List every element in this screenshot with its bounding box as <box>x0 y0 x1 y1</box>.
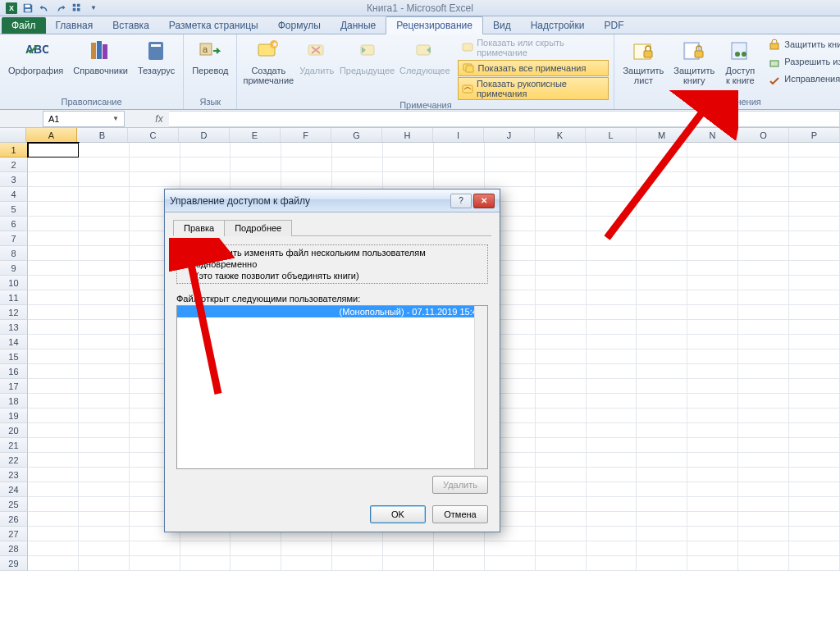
row-header[interactable]: 28 <box>0 541 28 556</box>
cell[interactable] <box>738 438 789 453</box>
cell[interactable] <box>536 512 587 527</box>
cell[interactable] <box>738 158 789 172</box>
cell[interactable] <box>738 187 789 202</box>
cell[interactable] <box>79 187 130 202</box>
cell[interactable] <box>637 512 687 527</box>
cell[interactable] <box>79 143 130 158</box>
cell[interactable] <box>738 217 789 231</box>
cell[interactable] <box>180 172 231 187</box>
cell[interactable] <box>587 217 637 231</box>
cell[interactable] <box>28 468 79 482</box>
cell[interactable] <box>536 172 587 187</box>
cell[interactable] <box>637 497 687 512</box>
cell[interactable] <box>687 320 738 335</box>
cell[interactable] <box>789 143 840 158</box>
row-header[interactable]: 14 <box>0 335 28 349</box>
cell[interactable] <box>536 349 587 364</box>
cell[interactable] <box>536 541 587 556</box>
cell[interactable] <box>485 172 536 187</box>
checkbox-icon[interactable]: ✔ <box>180 248 191 258</box>
row-header[interactable]: 16 <box>0 364 28 379</box>
cell[interactable] <box>28 512 79 527</box>
cell[interactable] <box>79 527 130 541</box>
cell[interactable] <box>130 143 180 158</box>
translate-button[interactable]: a Перевод <box>189 36 231 77</box>
redo-icon[interactable] <box>52 1 69 16</box>
cell[interactable] <box>79 246 130 261</box>
row-header[interactable]: 15 <box>0 349 28 364</box>
cell[interactable] <box>28 143 79 158</box>
cell[interactable] <box>79 320 130 335</box>
cell[interactable] <box>637 453 687 468</box>
tab-formulas[interactable]: Формулы <box>268 17 331 34</box>
cell[interactable] <box>281 158 332 172</box>
cell[interactable] <box>789 231 840 246</box>
cell[interactable] <box>28 290 79 305</box>
share-workbook-button[interactable]: Доступ к книге <box>721 36 759 87</box>
row-header[interactable]: 11 <box>0 290 28 305</box>
cell[interactable] <box>383 172 434 187</box>
column-header[interactable]: E <box>230 128 281 142</box>
row-header[interactable]: 6 <box>0 217 28 231</box>
cell[interactable] <box>485 541 536 556</box>
cell[interactable] <box>434 158 485 172</box>
next-comment-button[interactable]: Следующее <box>399 36 451 77</box>
cell[interactable] <box>687 497 738 512</box>
cell[interactable] <box>79 512 130 527</box>
research-button[interactable]: Справочники <box>70 36 131 77</box>
protect-sheet-button[interactable]: Защитить лист <box>619 36 667 87</box>
ok-button[interactable]: OK <box>370 505 426 523</box>
cell[interactable] <box>789 394 840 409</box>
cell[interactable] <box>789 527 840 541</box>
undo-icon[interactable] <box>36 1 52 16</box>
row-header[interactable]: 10 <box>0 276 28 290</box>
cell[interactable] <box>637 409 687 423</box>
cell[interactable] <box>79 409 130 423</box>
cell[interactable] <box>738 453 789 468</box>
column-header[interactable]: C <box>128 128 179 142</box>
cell[interactable] <box>79 202 130 217</box>
cell[interactable] <box>180 143 231 158</box>
cell[interactable] <box>587 541 637 556</box>
cell[interactable] <box>687 364 738 379</box>
row-header[interactable]: 4 <box>0 187 28 202</box>
cell[interactable] <box>536 158 587 172</box>
cell[interactable] <box>28 497 79 512</box>
cell[interactable] <box>738 305 789 320</box>
cell[interactable] <box>536 438 587 453</box>
track-changes-button[interactable]: Исправления▼ <box>764 71 840 87</box>
cell[interactable] <box>332 541 383 556</box>
fx-icon[interactable]: fx <box>149 113 169 125</box>
cell[interactable] <box>587 246 637 261</box>
cell[interactable] <box>687 394 738 409</box>
cell[interactable] <box>332 143 383 158</box>
thesaurus-button[interactable]: Тезаурус <box>135 36 178 77</box>
cell[interactable] <box>79 231 130 246</box>
cell[interactable] <box>789 468 840 482</box>
spellcheck-button[interactable]: ABC Орфография <box>5 36 66 77</box>
row-header[interactable]: 22 <box>0 453 28 468</box>
cell[interactable] <box>28 541 79 556</box>
cell[interactable] <box>485 556 536 571</box>
row-header[interactable]: 17 <box>0 379 28 394</box>
cell[interactable] <box>587 453 637 468</box>
help-button[interactable]: ? <box>450 194 472 208</box>
cell[interactable] <box>637 438 687 453</box>
select-all-corner[interactable] <box>0 128 26 142</box>
cell[interactable] <box>687 541 738 556</box>
cell[interactable] <box>587 423 637 438</box>
row-header[interactable]: 24 <box>0 482 28 497</box>
cell[interactable] <box>28 394 79 409</box>
cell[interactable] <box>587 497 637 512</box>
cell[interactable] <box>738 143 789 158</box>
cell[interactable] <box>383 541 434 556</box>
column-header[interactable]: B <box>77 128 128 142</box>
cell[interactable] <box>536 394 587 409</box>
cell[interactable] <box>28 261 79 276</box>
cell[interactable] <box>738 497 789 512</box>
cell[interactable] <box>536 217 587 231</box>
cell[interactable] <box>434 172 485 187</box>
cell[interactable] <box>281 143 332 158</box>
cell[interactable] <box>687 379 738 394</box>
cell[interactable] <box>536 276 587 290</box>
